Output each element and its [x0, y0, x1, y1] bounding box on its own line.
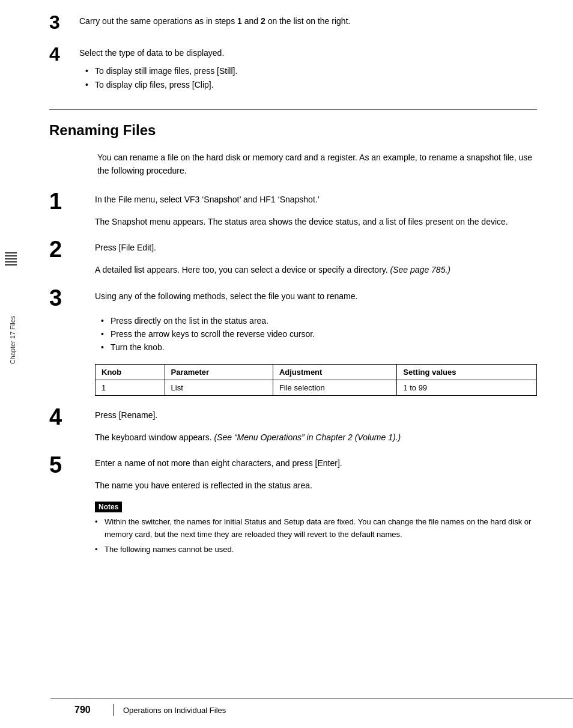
- step-2-italic: (See page 785.): [390, 265, 450, 275]
- step-main-text: Press [File Edit].: [95, 241, 537, 254]
- table-cell-adjustment: File selection: [273, 380, 396, 395]
- step-text: Carry out the same operations as in step…: [79, 15, 537, 28]
- table-header-adjustment: Adjustment: [273, 364, 396, 380]
- table-cell-setting: 1 to 99: [397, 380, 537, 395]
- step-number: 2: [49, 238, 91, 261]
- renaming-step-2: 2 Press [File Edit].: [49, 238, 537, 261]
- bullet-item: Turn the knob.: [101, 341, 537, 354]
- renaming-step-4: 4 Press [Rename].: [49, 405, 537, 428]
- step-main-text: Enter a name of not more than eight char…: [95, 457, 537, 470]
- top-step-3: 3 Carry out the same operations as in st…: [49, 12, 537, 33]
- step-main-text: Using any of the following methods, sele…: [95, 290, 537, 303]
- step-1-detail: The Snapshot menu appears. The status ar…: [95, 215, 537, 228]
- step-number: 3: [49, 12, 73, 33]
- notes-list: Within the switcher, the names for Initi…: [95, 516, 537, 556]
- step-number: 1: [49, 190, 91, 213]
- step-number: 5: [49, 453, 91, 476]
- step-content: Select the type of data to be displayed.…: [79, 44, 537, 91]
- step-5-detail: The name you have entered is reflected i…: [95, 479, 537, 492]
- step-body: In the File menu, select VF3 ‘Snapshot’ …: [95, 190, 537, 206]
- table-row: 1 List File selection 1 to 99: [96, 380, 537, 395]
- notes-item: The following names cannot be used.: [95, 544, 537, 556]
- top-step-4: 4 Select the type of data to be displaye…: [49, 44, 537, 91]
- step-main-text: In the File menu, select VF3 ‘Snapshot’ …: [95, 193, 537, 206]
- step-4-italic: (See “Menu Operations” in Chapter 2 (Vol…: [214, 432, 401, 442]
- renaming-step-5: 5 Enter a name of not more than eight ch…: [49, 453, 537, 476]
- step-body: Press [Rename].: [95, 405, 537, 422]
- knob-table: Knob Parameter Adjustment Setting values…: [95, 364, 537, 396]
- notes-label: Notes: [95, 502, 122, 512]
- bullet-item: To display clip files, press [Clip].: [85, 78, 537, 91]
- page-footer: 790 Operations on Individual Files: [50, 699, 573, 716]
- sidebar-decoration: [5, 252, 17, 265]
- step-content: Carry out the same operations as in step…: [79, 12, 537, 28]
- page-number: 790: [74, 705, 105, 715]
- section-divider: [49, 109, 537, 110]
- sidebar-chapter-label: Chapter 17 Files: [0, 300, 25, 344]
- step-number: 4: [49, 44, 73, 65]
- main-content: 3 Carry out the same operations as in st…: [25, 0, 573, 728]
- step-text: Select the type of data to be displayed.: [79, 47, 537, 59]
- step-body: Using any of the following methods, sele…: [95, 287, 537, 303]
- step-body: Press [File Edit].: [95, 238, 537, 254]
- footer-section-text: Operations on Individual Files: [123, 706, 226, 715]
- renaming-step-1: 1 In the File menu, select VF3 ‘Snapshot…: [49, 190, 537, 213]
- step-bullets: To display still image files, press [Sti…: [85, 64, 537, 91]
- step-number: 3: [49, 287, 91, 309]
- step-body: Enter a name of not more than eight char…: [95, 453, 537, 470]
- renaming-files-section: Renaming Files You can rename a file on …: [49, 122, 537, 556]
- section-intro: You can rename a file on the hard disk o…: [97, 151, 537, 178]
- step-number: 4: [49, 405, 91, 428]
- renaming-step-3: 3 Using any of the following methods, se…: [49, 287, 537, 309]
- bullet-item: Press the arrow keys to scroll the rever…: [101, 327, 537, 341]
- section-heading: Renaming Files: [49, 122, 537, 139]
- table-header-parameter: Parameter: [165, 364, 273, 380]
- top-section: 3 Carry out the same operations as in st…: [49, 12, 537, 91]
- bullet-item: To display still image files, press [Sti…: [85, 64, 537, 77]
- table-header-knob: Knob: [96, 364, 165, 380]
- table-header-setting: Setting values: [397, 364, 537, 380]
- table-cell-knob: 1: [96, 380, 165, 395]
- step-main-text: Press [Rename].: [95, 409, 537, 422]
- table-cell-parameter: List: [165, 380, 273, 395]
- notes-section: Notes Within the switcher, the names for…: [95, 502, 537, 556]
- notes-item: Within the switcher, the names for Initi…: [95, 516, 537, 541]
- step-3-bullets: Press directly on the list in the status…: [101, 314, 537, 354]
- footer-divider: [114, 704, 114, 716]
- sidebar: Chapter 17 Files: [0, 0, 25, 728]
- step-4-detail: The keyboard window appears. (See “Menu …: [95, 431, 537, 444]
- bullet-item: Press directly on the list in the status…: [101, 314, 537, 327]
- step-2-detail: A detailed list appears. Here too, you c…: [95, 263, 537, 276]
- step-3-detail: Press directly on the list in the status…: [95, 314, 537, 354]
